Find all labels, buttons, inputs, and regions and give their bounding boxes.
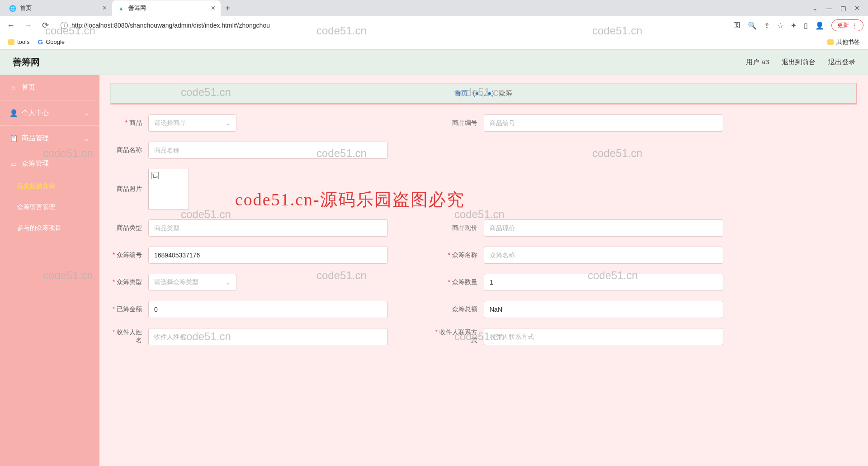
user-icon: 👤 xyxy=(10,109,17,117)
sidebar-item-personal[interactable]: 👤 个人中心 ⌄ xyxy=(0,100,99,126)
crowd-name-input[interactable] xyxy=(484,247,723,264)
bookmark-tools[interactable]: tools xyxy=(8,38,29,45)
crowd-qty-input[interactable] xyxy=(484,274,723,291)
label-product-id: 商品编号 xyxy=(432,119,477,127)
raised-input[interactable] xyxy=(148,301,388,318)
address-bar[interactable]: i http://localhost:8080/shanchouwang/adm… xyxy=(56,20,729,31)
url-text: http://localhost:8080/shanchouwang/admin… xyxy=(71,22,270,29)
chevron-down-icon: ⌄ xyxy=(84,109,90,117)
recv-name-input[interactable] xyxy=(148,328,388,345)
logout-link[interactable]: 退出登录 xyxy=(828,58,855,67)
tab-strip: 🌐 首页 × ▲ 善筹网 × + ⌄ — ▢ ✕ xyxy=(0,0,868,16)
update-button[interactable]: 更新⋮ xyxy=(831,19,863,31)
app-header: 善筹网 用户 a3 退出到前台 退出登录 xyxy=(0,50,868,75)
sidebar-sub-participated[interactable]: 参与的众筹项目 xyxy=(0,218,99,238)
sidebar-item-crowdfunding[interactable]: ▭ 众筹管理 xyxy=(0,151,99,176)
bookmarks-bar: tools GGoogle 其他书签 xyxy=(0,34,868,50)
reload-button[interactable]: ⟳ xyxy=(39,20,52,30)
chevron-down-icon: ⌄ xyxy=(84,134,90,143)
profile-icon[interactable]: 👤 xyxy=(815,21,824,30)
product-id-input[interactable] xyxy=(484,114,723,132)
google-icon: G xyxy=(38,38,43,46)
label-product-type: 商品类型 xyxy=(110,224,142,232)
product-select[interactable]: 请选择商品 ⌄ xyxy=(148,114,236,132)
close-icon[interactable]: × xyxy=(211,4,215,12)
label-crowd-name: 众筹名称 xyxy=(432,251,477,259)
crowd-id-input[interactable] xyxy=(148,247,388,264)
main-content: 首页 (●'◡'●) 众筹 商品 请选择商品 ⌄ 商品编号 商品名称 商品照片 … xyxy=(99,75,868,466)
label-product-price: 商品现价 xyxy=(432,224,477,232)
panel-icon[interactable]: ▯ xyxy=(804,21,808,30)
app-title: 善筹网 xyxy=(13,56,40,68)
to-frontend-link[interactable]: 退出到前台 xyxy=(782,58,816,67)
browser-tab-app[interactable]: ▲ 善筹网 × xyxy=(112,0,221,16)
browser-tab-home[interactable]: 🌐 首页 × xyxy=(4,0,112,16)
product-price-input[interactable] xyxy=(484,219,723,237)
sidebar-item-goods[interactable]: 📋 商品管理 ⌄ xyxy=(0,126,99,151)
label-crowd-id: 众筹编号 xyxy=(110,251,142,259)
crowd-type-select[interactable]: 请选择众筹类型 ⌄ xyxy=(148,274,236,291)
recv-contact-input[interactable] xyxy=(484,328,723,345)
product-photo-upload[interactable] xyxy=(148,169,388,209)
vue-icon: ▲ xyxy=(118,5,125,12)
window-minimize-icon[interactable]: — xyxy=(826,5,832,12)
breadcrumb-home[interactable]: 首页 xyxy=(454,89,468,97)
folder-icon xyxy=(8,39,14,45)
new-tab-button[interactable]: + xyxy=(221,3,235,14)
breadcrumb-current: 众筹 xyxy=(499,89,512,97)
home-icon: ⌂ xyxy=(10,84,17,91)
extensions-icon[interactable]: ✦ xyxy=(791,21,797,30)
product-type-input[interactable] xyxy=(148,219,388,237)
label-product-photo: 商品照片 xyxy=(110,185,142,193)
label-recv-contact: 收件人联系方式 xyxy=(432,328,477,345)
sidebar-sub-messages[interactable]: 众筹留言管理 xyxy=(0,197,99,218)
tab-title: 首页 xyxy=(20,4,32,12)
chevron-down-icon: ⌄ xyxy=(225,279,231,286)
header-actions: 用户 a3 退出到前台 退出登录 xyxy=(746,58,855,67)
clipboard-icon: 📋 xyxy=(10,135,17,142)
window-close-icon[interactable]: ✕ xyxy=(854,5,860,12)
product-name-input[interactable] xyxy=(148,142,388,159)
user-label[interactable]: 用户 a3 xyxy=(746,58,769,67)
folder-icon xyxy=(827,39,834,45)
label-total: 众筹总额 xyxy=(432,305,477,314)
face-icon: (●'◡'●) xyxy=(473,89,494,97)
window-dropdown-icon[interactable]: ⌄ xyxy=(812,5,818,12)
list-icon: ▭ xyxy=(10,160,17,167)
breadcrumb: 首页 (●'◡'●) 众筹 xyxy=(110,83,857,105)
chevron-down-icon: ⌄ xyxy=(225,119,231,127)
toolbar-icons: ⚿ 🔍 ⇪ ☆ ✦ ▯ 👤 更新⋮ xyxy=(733,19,863,31)
tab-title: 善筹网 xyxy=(128,4,146,12)
star-icon[interactable]: ☆ xyxy=(777,21,783,30)
key-icon[interactable]: ⚿ xyxy=(733,21,741,29)
label-raised: 已筹金额 xyxy=(110,305,142,314)
kebab-icon: ⋮ xyxy=(852,22,858,29)
site-info-icon[interactable]: i xyxy=(61,22,68,29)
globe-icon: 🌐 xyxy=(9,5,16,12)
address-row: ← → ⟳ i http://localhost:8080/shanchouwa… xyxy=(0,16,868,34)
window-controls: ⌄ — ▢ ✕ xyxy=(812,5,868,12)
label-recv-name: 收件人姓名 xyxy=(110,328,142,345)
sidebar: ⌂ 首页 👤 个人中心 ⌄ 📋 商品管理 ⌄ ▭ 众筹管理 我发起的众筹 众筹留… xyxy=(0,75,99,466)
bookmark-other[interactable]: 其他书签 xyxy=(827,38,860,46)
zoom-icon[interactable]: 🔍 xyxy=(748,21,757,30)
back-button[interactable]: ← xyxy=(5,21,17,30)
sidebar-sub-my-crowdfunding[interactable]: 我发起的众筹 xyxy=(0,176,99,197)
label-crowd-qty: 众筹数量 xyxy=(432,278,477,286)
sidebar-item-home[interactable]: ⌂ 首页 xyxy=(0,75,99,100)
app-body: ⌂ 首页 👤 个人中心 ⌄ 📋 商品管理 ⌄ ▭ 众筹管理 我发起的众筹 众筹留… xyxy=(0,75,868,466)
crowdfunding-form: 商品 请选择商品 ⌄ 商品编号 商品名称 商品照片 商品类型 商品现价 众筹编 xyxy=(110,114,857,345)
bookmark-google[interactable]: GGoogle xyxy=(38,38,65,46)
broken-image-icon xyxy=(151,172,159,179)
share-icon[interactable]: ⇪ xyxy=(764,21,770,30)
label-product-name: 商品名称 xyxy=(110,146,142,154)
total-input[interactable] xyxy=(484,301,723,318)
label-product: 商品 xyxy=(110,119,142,127)
label-crowd-type: 众筹类型 xyxy=(110,278,142,286)
window-maximize-icon[interactable]: ▢ xyxy=(840,5,846,12)
browser-chrome: 🌐 首页 × ▲ 善筹网 × + ⌄ — ▢ ✕ ← → ⟳ i http://… xyxy=(0,0,868,50)
close-icon[interactable]: × xyxy=(103,4,107,12)
forward-button[interactable]: → xyxy=(22,21,34,30)
